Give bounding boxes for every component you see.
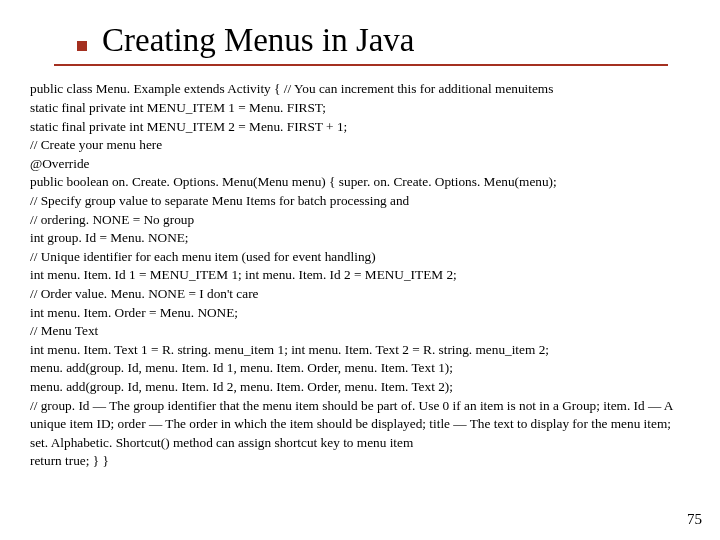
code-line: @Override [30,155,690,174]
code-line: // ordering. NONE = No group [30,211,690,230]
code-line: menu. add(group. Id, menu. Item. Id 2, m… [30,378,690,397]
code-line: static final private int MENU_ITEM 2 = M… [30,118,690,137]
code-line: int menu. Item. Text 1 = R. string. menu… [30,341,690,360]
code-line: int menu. Item. Order = Menu. NONE; [30,304,690,323]
code-line: // group. Id — The group identifier that… [30,397,690,453]
page-title: Creating Menus in Java [102,22,720,58]
code-line: int menu. Item. Id 1 = MENU_ITEM 1; int … [30,266,690,285]
bullet-icon [77,41,87,51]
code-line: public class Menu. Example extends Activ… [30,80,690,99]
code-body: public class Menu. Example extends Activ… [0,58,720,471]
code-line: // Menu Text [30,322,690,341]
title-underline [54,64,668,66]
code-line: int group. Id = Menu. NONE; [30,229,690,248]
code-line: // Order value. Menu. NONE = I don't car… [30,285,690,304]
code-line: menu. add(group. Id, menu. Item. Id 1, m… [30,359,690,378]
code-line: static final private int MENU_ITEM 1 = M… [30,99,690,118]
code-line: // Create your menu here [30,136,690,155]
code-line: // Unique identifier for each menu item … [30,248,690,267]
code-line: // Specify group value to separate Menu … [30,192,690,211]
code-line: public boolean on. Create. Options. Menu… [30,173,690,192]
code-line: return true; } } [30,452,690,471]
page-number: 75 [687,511,702,528]
